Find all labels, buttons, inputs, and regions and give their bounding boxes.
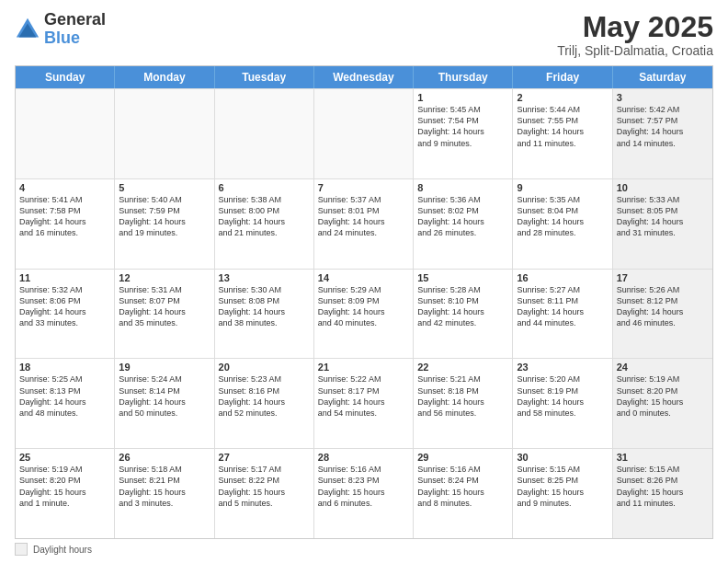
main-title: May 2025 bbox=[557, 11, 713, 43]
calendar-cell: 20Sunrise: 5:23 AM Sunset: 8:16 PM Dayli… bbox=[215, 359, 314, 448]
calendar-cell: 3Sunrise: 5:42 AM Sunset: 7:57 PM Daylig… bbox=[613, 89, 712, 178]
calendar-cell: 16Sunrise: 5:27 AM Sunset: 8:11 PM Dayli… bbox=[513, 270, 612, 359]
cell-info: Sunrise: 5:16 AM Sunset: 8:24 PM Dayligh… bbox=[417, 464, 508, 509]
calendar-cell: 2Sunrise: 5:44 AM Sunset: 7:55 PM Daylig… bbox=[513, 89, 612, 178]
calendar-cell: 13Sunrise: 5:30 AM Sunset: 8:08 PM Dayli… bbox=[215, 270, 314, 359]
day-number: 27 bbox=[219, 452, 310, 463]
day-number: 3 bbox=[617, 92, 709, 103]
day-number: 28 bbox=[318, 452, 409, 463]
calendar-cell: 29Sunrise: 5:16 AM Sunset: 8:24 PM Dayli… bbox=[414, 449, 513, 538]
cell-info: Sunrise: 5:21 AM Sunset: 8:18 PM Dayligh… bbox=[417, 373, 508, 419]
calendar-body: 1Sunrise: 5:45 AM Sunset: 7:54 PM Daylig… bbox=[16, 88, 712, 538]
day-number: 6 bbox=[219, 182, 310, 193]
weekday-header: Sunday bbox=[16, 66, 115, 88]
logo-text: General Blue bbox=[44, 11, 106, 48]
calendar-cell: 17Sunrise: 5:26 AM Sunset: 8:12 PM Dayli… bbox=[613, 270, 712, 359]
weekday-header: Saturday bbox=[613, 66, 712, 88]
calendar-row: 1Sunrise: 5:45 AM Sunset: 7:54 PM Daylig… bbox=[16, 88, 712, 178]
logo-blue-text: Blue bbox=[44, 29, 106, 48]
cell-info: Sunrise: 5:36 AM Sunset: 8:02 PM Dayligh… bbox=[417, 194, 508, 239]
cell-info: Sunrise: 5:33 AM Sunset: 8:05 PM Dayligh… bbox=[617, 194, 709, 239]
calendar-row: 25Sunrise: 5:19 AM Sunset: 8:20 PM Dayli… bbox=[16, 448, 712, 538]
calendar-cell: 7Sunrise: 5:37 AM Sunset: 8:01 PM Daylig… bbox=[314, 179, 414, 269]
subtitle: Trilj, Split-Dalmatia, Croatia bbox=[557, 43, 713, 58]
legend: Daylight hours bbox=[15, 543, 713, 556]
cell-info: Sunrise: 5:15 AM Sunset: 8:26 PM Dayligh… bbox=[617, 464, 709, 509]
calendar-cell: 8Sunrise: 5:36 AM Sunset: 8:02 PM Daylig… bbox=[414, 179, 513, 269]
day-number: 14 bbox=[318, 272, 409, 283]
cell-info: Sunrise: 5:30 AM Sunset: 8:08 PM Dayligh… bbox=[219, 284, 310, 329]
calendar-row: 18Sunrise: 5:25 AM Sunset: 8:13 PM Dayli… bbox=[16, 358, 712, 448]
day-number: 30 bbox=[517, 452, 608, 463]
day-number: 12 bbox=[119, 272, 210, 283]
calendar-cell: 25Sunrise: 5:19 AM Sunset: 8:20 PM Dayli… bbox=[16, 449, 115, 538]
calendar-row: 4Sunrise: 5:41 AM Sunset: 7:58 PM Daylig… bbox=[16, 178, 712, 269]
day-number: 25 bbox=[19, 452, 110, 463]
logo-general-text: General bbox=[44, 11, 106, 29]
calendar-cell: 22Sunrise: 5:21 AM Sunset: 8:18 PM Dayli… bbox=[414, 359, 513, 448]
cell-info: Sunrise: 5:27 AM Sunset: 8:11 PM Dayligh… bbox=[517, 284, 608, 329]
logo: General Blue bbox=[15, 11, 106, 48]
day-number: 22 bbox=[417, 362, 508, 373]
day-number: 17 bbox=[617, 272, 709, 283]
calendar-cell: 21Sunrise: 5:22 AM Sunset: 8:17 PM Dayli… bbox=[314, 359, 414, 448]
calendar-cell: 27Sunrise: 5:17 AM Sunset: 8:22 PM Dayli… bbox=[215, 449, 314, 538]
calendar-cell: 24Sunrise: 5:19 AM Sunset: 8:20 PM Dayli… bbox=[613, 359, 712, 448]
legend-label: Daylight hours bbox=[33, 545, 92, 555]
logo-icon bbox=[15, 17, 40, 42]
calendar-cell: 30Sunrise: 5:15 AM Sunset: 8:25 PM Dayli… bbox=[513, 449, 612, 538]
calendar-cell: 6Sunrise: 5:38 AM Sunset: 8:00 PM Daylig… bbox=[215, 179, 314, 269]
weekday-header: Wednesday bbox=[314, 66, 414, 88]
calendar-cell: 12Sunrise: 5:31 AM Sunset: 8:07 PM Dayli… bbox=[115, 270, 214, 359]
day-number: 19 bbox=[119, 362, 210, 373]
calendar-cell: 18Sunrise: 5:25 AM Sunset: 8:13 PM Dayli… bbox=[16, 359, 115, 448]
calendar-cell: 15Sunrise: 5:28 AM Sunset: 8:10 PM Dayli… bbox=[414, 270, 513, 359]
cell-info: Sunrise: 5:31 AM Sunset: 8:07 PM Dayligh… bbox=[119, 284, 210, 329]
day-number: 9 bbox=[517, 182, 608, 193]
calendar-cell bbox=[314, 89, 414, 178]
cell-info: Sunrise: 5:35 AM Sunset: 8:04 PM Dayligh… bbox=[517, 194, 608, 239]
calendar-cell: 19Sunrise: 5:24 AM Sunset: 8:14 PM Dayli… bbox=[115, 359, 214, 448]
cell-info: Sunrise: 5:26 AM Sunset: 8:12 PM Dayligh… bbox=[617, 284, 709, 329]
title-block: May 2025 Trilj, Split-Dalmatia, Croatia bbox=[557, 11, 713, 58]
page: General Blue May 2025 Trilj, Split-Dalma… bbox=[0, 0, 728, 563]
cell-info: Sunrise: 5:16 AM Sunset: 8:23 PM Dayligh… bbox=[318, 464, 409, 509]
day-number: 8 bbox=[417, 182, 508, 193]
calendar-cell: 1Sunrise: 5:45 AM Sunset: 7:54 PM Daylig… bbox=[414, 89, 513, 178]
cell-info: Sunrise: 5:15 AM Sunset: 8:25 PM Dayligh… bbox=[517, 464, 608, 509]
cell-info: Sunrise: 5:37 AM Sunset: 8:01 PM Dayligh… bbox=[318, 194, 409, 239]
day-number: 31 bbox=[617, 452, 709, 463]
calendar-cell: 4Sunrise: 5:41 AM Sunset: 7:58 PM Daylig… bbox=[16, 179, 115, 269]
calendar-cell bbox=[215, 89, 314, 178]
calendar-cell bbox=[115, 89, 214, 178]
day-number: 23 bbox=[517, 362, 608, 373]
calendar-header: SundayMondayTuesdayWednesdayThursdayFrid… bbox=[16, 66, 712, 88]
cell-info: Sunrise: 5:41 AM Sunset: 7:58 PM Dayligh… bbox=[19, 194, 110, 239]
day-number: 26 bbox=[119, 452, 210, 463]
day-number: 7 bbox=[318, 182, 409, 193]
day-number: 24 bbox=[617, 362, 709, 373]
cell-info: Sunrise: 5:44 AM Sunset: 7:55 PM Dayligh… bbox=[517, 104, 608, 149]
cell-info: Sunrise: 5:28 AM Sunset: 8:10 PM Dayligh… bbox=[417, 284, 508, 329]
cell-info: Sunrise: 5:22 AM Sunset: 8:17 PM Dayligh… bbox=[318, 373, 409, 419]
cell-info: Sunrise: 5:18 AM Sunset: 8:21 PM Dayligh… bbox=[119, 464, 210, 509]
calendar-cell bbox=[16, 89, 115, 178]
calendar-cell: 26Sunrise: 5:18 AM Sunset: 8:21 PM Dayli… bbox=[115, 449, 214, 538]
calendar-cell: 9Sunrise: 5:35 AM Sunset: 8:04 PM Daylig… bbox=[513, 179, 612, 269]
calendar-cell: 23Sunrise: 5:20 AM Sunset: 8:19 PM Dayli… bbox=[513, 359, 612, 448]
cell-info: Sunrise: 5:24 AM Sunset: 8:14 PM Dayligh… bbox=[119, 373, 210, 419]
day-number: 4 bbox=[19, 182, 110, 193]
day-number: 18 bbox=[19, 362, 110, 373]
weekday-header: Thursday bbox=[414, 66, 513, 88]
calendar-cell: 5Sunrise: 5:40 AM Sunset: 7:59 PM Daylig… bbox=[115, 179, 214, 269]
cell-info: Sunrise: 5:19 AM Sunset: 8:20 PM Dayligh… bbox=[617, 373, 709, 419]
day-number: 16 bbox=[517, 272, 608, 283]
day-number: 1 bbox=[417, 92, 508, 103]
cell-info: Sunrise: 5:29 AM Sunset: 8:09 PM Dayligh… bbox=[318, 284, 409, 329]
cell-info: Sunrise: 5:38 AM Sunset: 8:00 PM Dayligh… bbox=[219, 194, 310, 239]
day-number: 21 bbox=[318, 362, 409, 373]
calendar-cell: 10Sunrise: 5:33 AM Sunset: 8:05 PM Dayli… bbox=[613, 179, 712, 269]
calendar-cell: 31Sunrise: 5:15 AM Sunset: 8:26 PM Dayli… bbox=[613, 449, 712, 538]
day-number: 29 bbox=[417, 452, 508, 463]
legend-box bbox=[15, 543, 28, 556]
